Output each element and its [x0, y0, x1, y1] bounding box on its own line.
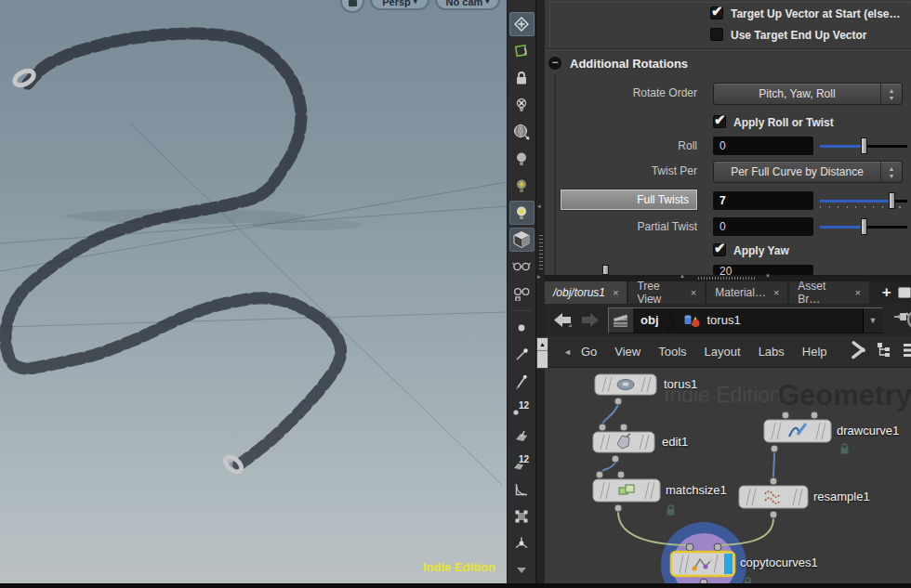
node-label-copytocurves1[interactable]: copytocurves1 [740, 555, 818, 569]
partial-twist-field[interactable]: 0 [713, 217, 813, 236]
roll-slider[interactable] [820, 136, 907, 156]
smooth-shaded-icon[interactable] [509, 228, 535, 252]
collapse-section-icon[interactable]: − [548, 57, 561, 70]
points-display-icon[interactable] [509, 316, 535, 340]
use-end-up-checkbox[interactable] [710, 28, 723, 41]
view-menu-button[interactable]: Persp▾ [370, 0, 429, 10]
select-diamond-icon[interactable] [509, 12, 535, 36]
twist-per-dropdown[interactable]: Per Full Curve by Distance ▲▼ [713, 161, 903, 183]
display-options-list-icon[interactable] [902, 341, 911, 363]
splitter-arrow-left-icon[interactable]: ◂ [537, 203, 541, 210]
display-flag[interactable] [724, 554, 733, 574]
rotate-order-dropdown[interactable]: Pitch, Yaw, Roll ▲▼ [713, 83, 903, 105]
prim-numbers-icon[interactable]: 12 [509, 451, 535, 475]
maximize-pane-button[interactable] [898, 287, 911, 298]
full-twists-label[interactable]: Full Twists [561, 189, 697, 210]
partial-twist-slider[interactable] [820, 216, 907, 237]
customize-tools-icon[interactable] [846, 341, 866, 363]
point-normals-icon[interactable] [509, 343, 535, 367]
back-button[interactable] [552, 311, 573, 330]
headlight-off-icon[interactable] [509, 93, 535, 117]
splitter-grip[interactable] [698, 277, 756, 280]
apply-yaw-checkbox[interactable]: ✔ [713, 243, 726, 256]
close-icon[interactable]: × [613, 287, 618, 298]
origin-gnomon-icon[interactable] [509, 531, 535, 555]
wire-edit1-matchsize1[interactable] [602, 463, 615, 471]
network-overview-icon[interactable] [876, 341, 892, 363]
node-label-edit1[interactable]: edit1 [662, 435, 688, 449]
node-resample1[interactable] [739, 486, 808, 508]
full-twists-slider[interactable] [820, 190, 907, 211]
prim-normals-icon[interactable] [509, 424, 535, 448]
next-param-slider-handle-clipped[interactable] [602, 265, 609, 275]
close-icon[interactable]: × [854, 287, 860, 298]
forward-button[interactable] [580, 311, 601, 330]
ghost-objects-glasses-icon[interactable] [509, 255, 535, 279]
normal-lighting-icon[interactable] [509, 147, 535, 171]
path-widget[interactable]: obj torus1 ▼ [608, 307, 883, 333]
scroll-up-icon[interactable]: ▲ [537, 338, 548, 351]
spinner[interactable]: ▲▼ [880, 84, 902, 104]
new-tab-button[interactable]: + [882, 286, 891, 299]
network-scrollbar[interactable]: ▲ [536, 337, 548, 369]
point-numbers-icon[interactable]: 12 [509, 397, 535, 421]
transform-handles-icon[interactable] [509, 39, 535, 63]
more-display-options-icon[interactable] [509, 558, 535, 582]
scene-viewport[interactable]: Persp▾ No cam▾ Indie Edition [0, 0, 507, 583]
spinner[interactable]: ▲▼ [880, 162, 902, 182]
menu-help[interactable]: Help [802, 345, 827, 359]
context-label[interactable]: obj [640, 313, 659, 327]
wire-torus1-edit1[interactable] [602, 405, 618, 424]
tab-material-palette[interactable]: Material… × [706, 281, 787, 304]
spinner-down-icon: ▼ [889, 95, 895, 101]
partial-twist-slider-handle[interactable] [861, 218, 867, 235]
menu-go[interactable]: Go [581, 345, 597, 359]
menu-layout[interactable]: Layout [705, 345, 741, 359]
splitter-arrow-down-icon[interactable]: ▼ [765, 273, 771, 279]
next-param-field-clipped[interactable]: 20 [713, 265, 813, 275]
splitter-arrow-right-icon[interactable]: ▸ [537, 273, 541, 281]
node-copytocurves1-selected[interactable] [671, 552, 734, 576]
apply-roll-checkbox[interactable]: ✔ [713, 115, 726, 128]
display-operators-glasses-icon[interactable] [509, 281, 535, 306]
roll-field[interactable]: 0 [713, 137, 813, 155]
splitter-grip[interactable] [539, 232, 543, 269]
point-markers-pen-icon[interactable] [509, 370, 535, 394]
wire-drawcurve1-resample1[interactable] [773, 452, 774, 477]
target-up-checkbox[interactable]: ✔ [710, 7, 723, 20]
network-editor[interactable]: Indie Edition Geometry [545, 368, 911, 583]
close-icon[interactable]: × [691, 287, 696, 298]
material-preview-sphere-icon[interactable] [509, 120, 535, 144]
full-twists-field[interactable]: 7 [713, 191, 813, 210]
node-drawcurve1[interactable] [764, 420, 831, 442]
node-torus1[interactable] [595, 374, 656, 395]
node-matchsize1[interactable] [593, 479, 660, 502]
node-label-torus1[interactable]: torus1 [664, 377, 697, 391]
node-label-matchsize1[interactable]: matchsize1 [666, 483, 727, 497]
node-label-drawcurve1[interactable]: drawcurve1 [837, 424, 899, 438]
menu-tools[interactable]: Tools [658, 345, 686, 359]
full-twists-slider-handle[interactable] [889, 192, 895, 209]
menu-labs[interactable]: Labs [759, 345, 785, 359]
checkmark-icon: ✔ [714, 111, 726, 128]
node-label-resample1[interactable]: resample1 [813, 490, 870, 503]
tab-tree-view[interactable]: Tree View × [628, 281, 705, 304]
high-quality-lighting-icon[interactable] [509, 174, 535, 198]
tab-asset-browser[interactable]: Asset Br… × [789, 281, 869, 304]
collapse-menu-icon[interactable]: ◄ [563, 347, 572, 357]
camera-menu-button[interactable]: No cam▾ [435, 0, 500, 10]
current-node-label[interactable]: torus1 [707, 313, 741, 327]
hull-display-icon[interactable] [509, 504, 535, 529]
tab-obj-torus1[interactable]: /obj/torus1 × [545, 281, 627, 304]
profile-curves-icon[interactable] [509, 477, 535, 502]
node-edit1[interactable] [593, 432, 654, 452]
path-dropdown-button[interactable]: ▼ [863, 308, 882, 333]
close-icon[interactable]: × [773, 287, 779, 298]
roll-slider-handle[interactable] [861, 137, 867, 154]
secure-selection-lock-icon[interactable] [509, 66, 535, 90]
splitter-arrow-up-icon[interactable]: ▲ [680, 273, 685, 279]
pane-splitter-horizontal[interactable]: ▲ ▼ [545, 275, 911, 281]
high-quality-lighting-shadows-icon[interactable] [509, 201, 535, 225]
menu-view[interactable]: View [614, 345, 640, 359]
pane-splitter-vertical[interactable]: ◂ ▸ [535, 0, 545, 583]
